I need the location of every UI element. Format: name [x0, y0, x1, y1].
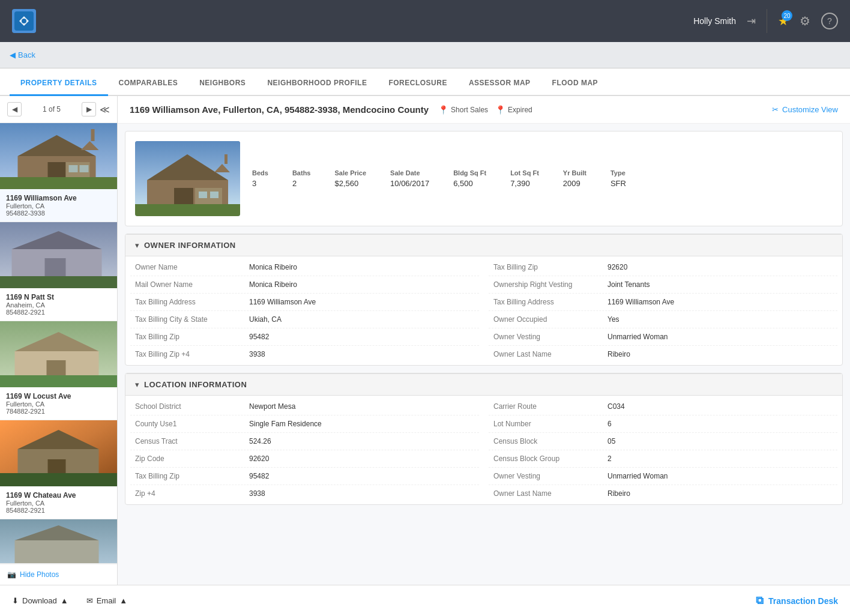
- favorites-badge: 20: [782, 10, 792, 21]
- prev-property-button[interactable]: ◀: [7, 102, 22, 116]
- back-button[interactable]: ◀ Back: [10, 50, 35, 59]
- owner-section-header[interactable]: ▾ OWNER INFORMATION: [125, 234, 842, 256]
- tab-foreclosure[interactable]: Foreclosure: [378, 71, 458, 96]
- tab-assessor-map[interactable]: Assessor Map: [458, 71, 541, 96]
- address-and-tags: 1169 Williamson Ave, Fullerton, CA, 9548…: [130, 104, 532, 115]
- tab-comparables[interactable]: Comparables: [108, 71, 189, 96]
- tag-short-sales: 📍 Short Sales: [438, 105, 488, 115]
- value-owner-name: Monica Ribeiro: [249, 263, 297, 271]
- value-owner-last-name-loc: Ribeiro: [607, 489, 630, 498]
- tabs-bar: Property Details Comparables Neighbors N…: [0, 68, 850, 96]
- next-property-button[interactable]: ▶: [82, 102, 96, 116]
- table-row: Carrier Route C034: [489, 398, 837, 415]
- table-row: Owner Last Name Ribeiro: [489, 485, 837, 502]
- hide-photos-button[interactable]: 📷 Hide Photos: [0, 564, 117, 585]
- location-left-col: School District Newport Mesa County Use1…: [125, 398, 484, 502]
- label-owner-vesting-loc: Owner Vesting: [493, 472, 607, 480]
- top-nav-right: Holly Smith ⇥ ★ 20 ⚙ ?: [693, 9, 838, 33]
- table-row: Zip +4 3938: [130, 485, 479, 502]
- value-tax-billing-zip-plus4: 3938: [249, 350, 265, 358]
- customize-view-button[interactable]: ✂ Customize View: [772, 105, 838, 114]
- list-item[interactable]: 1169 W Locust Ave Fullerton, CA 784882-2…: [0, 321, 117, 420]
- table-row: Ownership Right Vesting Joint Tenants: [489, 276, 837, 294]
- label-ownership-right-vesting: Ownership Right Vesting: [493, 280, 607, 289]
- list-item[interactable]: 1169 N Patt St Anaheim, CA 854882-2921: [0, 222, 117, 321]
- property-image-1: [0, 123, 117, 189]
- label-tax-billing-address-l: Tax Billing Address: [135, 298, 249, 306]
- nav-divider: [767, 9, 767, 33]
- main-layout: ◀ 1 of 5 ▶ ≪: [0, 96, 850, 585]
- corelogic-logo: [12, 9, 36, 33]
- customize-icon: ✂: [772, 105, 779, 114]
- value-census-block: 05: [607, 437, 615, 445]
- value-zip-plus4-loc: 3938: [249, 489, 265, 498]
- stat-baths: Baths 2: [292, 169, 311, 188]
- property-city-4: Fullerton, CA 854882-2921: [6, 500, 111, 514]
- table-row: Mail Owner Name Monica Ribeiro: [130, 276, 479, 294]
- label-tax-billing-zip-plus4: Tax Billing Zip +4: [135, 350, 249, 358]
- svg-rect-21: [0, 375, 117, 387]
- value-census-block-group: 2: [607, 454, 612, 463]
- svg-rect-7: [69, 165, 78, 172]
- value-tax-billing-zip-loc: 95482: [249, 472, 269, 480]
- back-label: Back: [18, 50, 35, 59]
- svg-rect-28: [15, 540, 99, 564]
- location-info-grid: School District Newport Mesa County Use1…: [125, 396, 842, 504]
- table-row: Census Block Group 2: [489, 450, 837, 468]
- table-row: Owner Vesting Unmarried Woman: [489, 468, 837, 485]
- stat-sale-price: Sale Price $2,560: [334, 169, 366, 188]
- property-image-2: [0, 222, 117, 288]
- back-arrow-icon: ◀: [10, 50, 16, 59]
- table-row: Owner Last Name Ribeiro: [489, 346, 837, 363]
- label-owner-occupied: Owner Occupied: [493, 315, 607, 324]
- transaction-desk-button[interactable]: ⧉ Transaction Desk: [756, 594, 838, 607]
- email-chevron-icon: ▲: [119, 596, 127, 605]
- location-information-card: ▾ LOCATION INFORMATION School District N…: [125, 373, 843, 505]
- owner-section-title: OWNER INFORMATION: [144, 241, 236, 250]
- table-row: Census Block 05: [489, 433, 837, 450]
- email-button[interactable]: ✉ Email ▲: [86, 596, 127, 605]
- stat-type: Type SFR: [610, 169, 626, 188]
- tab-neighbors[interactable]: Neighbors: [188, 71, 256, 96]
- value-county-use1: Single Fam Residence: [249, 420, 322, 428]
- settings-button[interactable]: ⚙: [800, 14, 810, 28]
- svg-rect-8: [80, 165, 89, 172]
- sidebar-nav-controls: ◀ 1 of 5 ▶ ≪: [0, 96, 117, 123]
- value-owner-last-name-r: Ribeiro: [607, 350, 630, 358]
- property-info-1: 1169 Williamson Ave Fullerton, CA 954882…: [0, 189, 117, 222]
- table-row: Owner Occupied Yes: [489, 311, 837, 328]
- help-button[interactable]: ?: [821, 13, 838, 29]
- tab-property-details[interactable]: Property Details: [10, 71, 108, 96]
- table-row: County Use1 Single Fam Residence: [130, 415, 479, 433]
- transaction-desk-icon: ⧉: [756, 594, 764, 607]
- download-button[interactable]: ⬇ Download ▲: [12, 596, 68, 605]
- list-item[interactable]: 1169 W Chateau Ave Fullerton, CA 854882-…: [0, 420, 117, 519]
- top-nav: Holly Smith ⇥ ★ 20 ⚙ ?: [0, 0, 850, 42]
- location-section-header[interactable]: ▾ LOCATION INFORMATION: [125, 373, 842, 396]
- list-item[interactable]: 1169 Williamson Ave Fullerton, CA 954882…: [0, 123, 117, 222]
- tab-neighborhood-profile[interactable]: Neighborhood Profile: [256, 71, 378, 96]
- label-owner-vesting-r: Owner Vesting: [493, 333, 607, 341]
- value-owner-vesting-loc: Unmarried Woman: [607, 472, 668, 480]
- location-section-title: LOCATION INFORMATION: [144, 380, 247, 389]
- location-right-col: Carrier Route C034 Lot Number 6 Census B…: [484, 398, 842, 502]
- logout-button[interactable]: ⇥: [747, 14, 756, 28]
- stat-beds: Beds 3: [252, 169, 268, 188]
- property-info-3: 1169 W Locust Ave Fullerton, CA 784882-2…: [0, 387, 117, 420]
- label-zip-plus4-loc: Zip +4: [135, 489, 249, 498]
- stat-yr-built: Yr Built 2009: [563, 169, 586, 188]
- svg-rect-35: [199, 192, 207, 198]
- table-row: Tax Billing Zip 95482: [130, 328, 479, 346]
- list-item[interactable]: [0, 519, 117, 564]
- label-zip-code: Zip Code: [135, 454, 249, 463]
- collapse-sidebar-button[interactable]: ≪: [100, 104, 110, 115]
- property-header: 1169 Williamson Ave, Fullerton, CA, 9548…: [118, 96, 850, 124]
- value-census-tract: 524.26: [249, 437, 271, 445]
- table-row: Tax Billing City & State Ukiah, CA: [130, 311, 479, 328]
- property-street-2: 1169 N Patt St: [6, 293, 111, 301]
- tab-flood-map[interactable]: Flood Map: [541, 71, 609, 96]
- table-row: Census Tract 524.26: [130, 433, 479, 450]
- label-owner-last-name-r: Owner Last Name: [493, 350, 607, 358]
- property-street-3: 1169 W Locust Ave: [6, 392, 111, 400]
- favorites-button[interactable]: ★ 20: [778, 14, 789, 28]
